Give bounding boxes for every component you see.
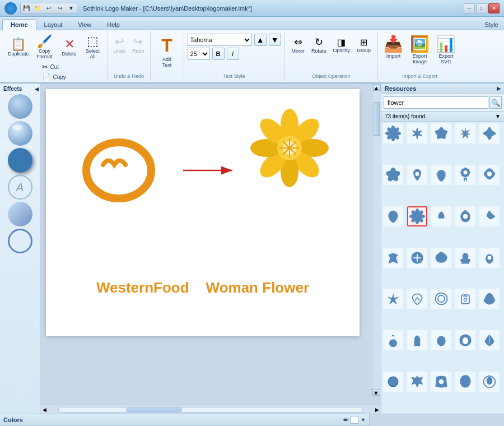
resource-item[interactable] xyxy=(383,123,403,143)
minimize-button[interactable]: ─ xyxy=(464,3,475,13)
window-open-btn[interactable]: 📁 xyxy=(32,3,43,13)
resource-item[interactable] xyxy=(455,123,475,143)
canvas-scroll-area[interactable]: ▲ ▼ xyxy=(40,84,381,405)
resource-item[interactable] xyxy=(431,372,451,392)
hscroll-left[interactable]: ◀ xyxy=(40,407,48,413)
redo-button[interactable]: ↪ Redo xyxy=(130,34,147,55)
copy-button[interactable]: 📄 Copy xyxy=(40,72,69,82)
resource-item[interactable] xyxy=(407,248,427,268)
resource-item[interactable] xyxy=(407,372,427,392)
resources-dropdown-arrow[interactable]: ▼ xyxy=(495,113,501,119)
resource-item[interactable] xyxy=(479,248,500,268)
tab-help[interactable]: Help xyxy=(99,20,128,30)
italic-button[interactable]: I xyxy=(227,48,239,60)
effect-text-a[interactable]: A xyxy=(8,175,32,200)
opacity-button[interactable]: ◨ Opacity xyxy=(331,36,353,54)
close-button[interactable]: ✕ xyxy=(488,3,500,13)
resource-item[interactable] xyxy=(455,372,475,392)
hscroll-track[interactable] xyxy=(58,407,363,413)
window-controls-group[interactable]: 💾 📁 ↩ ↪ ▼ xyxy=(20,3,77,14)
select-all-button[interactable]: ⬚ SelectAll xyxy=(82,34,104,61)
resource-item[interactable] xyxy=(455,165,475,185)
resource-item[interactable] xyxy=(431,206,451,226)
rotate-button[interactable]: ↻ Rotate xyxy=(309,35,329,55)
resource-item[interactable] xyxy=(407,289,427,309)
resources-pin[interactable]: ▶ xyxy=(497,86,501,91)
effect-outline[interactable] xyxy=(8,229,32,253)
mirror-button[interactable]: ⇔ Mirror xyxy=(290,35,307,55)
bold-button[interactable]: B xyxy=(212,48,225,60)
resource-item[interactable] xyxy=(383,248,403,268)
search-button[interactable]: 🔍 xyxy=(489,96,502,109)
vscroll-down[interactable]: ▼ xyxy=(372,389,380,396)
delete-button[interactable]: ✕ Delete xyxy=(58,36,81,58)
resource-item[interactable] xyxy=(431,289,451,309)
resource-item[interactable] xyxy=(383,289,403,309)
effects-pin[interactable]: ◀ xyxy=(35,86,39,92)
add-text-button[interactable]: T AddText xyxy=(157,34,177,70)
copy-format-button[interactable]: 🖌️ CopyFormat xyxy=(32,34,57,61)
resource-item[interactable] xyxy=(479,123,500,143)
resource-item[interactable] xyxy=(431,123,451,143)
effect-shadow[interactable] xyxy=(8,148,32,173)
resource-item[interactable] xyxy=(383,206,403,226)
import-button[interactable]: 📥 Import xyxy=(381,34,405,66)
titlebar-controls[interactable]: ─ □ ✕ xyxy=(464,3,500,13)
tab-layout[interactable]: Layout xyxy=(36,20,71,30)
resource-item[interactable] xyxy=(479,330,500,350)
resources-search-input[interactable] xyxy=(384,96,488,109)
resource-item[interactable] xyxy=(407,123,427,143)
window-arrow[interactable]: ▼ xyxy=(66,3,77,13)
export-svg-button[interactable]: 📊 ExportSVG xyxy=(434,34,458,66)
group-button[interactable]: ⊞ Group xyxy=(354,36,373,54)
font-select[interactable]: Tahoma xyxy=(188,34,252,46)
font-size-increase[interactable]: ▲ xyxy=(254,34,267,46)
resource-item[interactable] xyxy=(407,165,427,185)
resource-item[interactable] xyxy=(455,206,475,226)
resource-item[interactable] xyxy=(383,165,403,185)
resource-item[interactable] xyxy=(479,372,500,392)
canvas[interactable]: WesternFood Woman Flower xyxy=(46,89,360,336)
resource-item[interactable] xyxy=(431,248,451,268)
flower-logo[interactable] xyxy=(242,100,337,197)
colors-white-box[interactable] xyxy=(351,416,358,424)
hscroll-thumb[interactable] xyxy=(126,408,182,412)
undo-button[interactable]: ↩ Undo xyxy=(111,34,128,55)
resource-item[interactable] xyxy=(455,330,475,350)
vscroll-up[interactable]: ▲ xyxy=(373,84,381,91)
resource-item[interactable] xyxy=(383,372,403,392)
duplicate-button[interactable]: 📋 Duplicate xyxy=(6,36,31,58)
effect-glossy[interactable] xyxy=(8,121,32,146)
window-undo-small[interactable]: ↩ xyxy=(43,3,54,13)
hscroll-right[interactable]: ▶ xyxy=(373,407,381,413)
resource-item[interactable] xyxy=(479,289,500,309)
vscroll-thumb[interactable] xyxy=(374,102,380,136)
canvas-hscroll[interactable]: ◀ ▶ xyxy=(40,405,381,414)
resource-item[interactable] xyxy=(431,330,451,350)
font-size-select[interactable]: 25 xyxy=(188,48,210,60)
restore-button[interactable]: □ xyxy=(476,3,487,13)
svg-point-54 xyxy=(436,253,447,263)
resource-item[interactable] xyxy=(479,165,500,185)
vertical-scrollbar[interactable]: ▲ ▼ xyxy=(372,84,381,396)
resource-item-selected[interactable] xyxy=(407,206,427,226)
resource-item[interactable] xyxy=(431,165,451,185)
tab-view[interactable]: View xyxy=(71,20,100,30)
resource-item[interactable] xyxy=(455,289,475,309)
resource-item[interactable] xyxy=(407,330,427,350)
effect-flat[interactable] xyxy=(8,94,32,119)
tab-home[interactable]: Home xyxy=(2,19,36,30)
resource-item[interactable] xyxy=(455,248,475,268)
resource-item[interactable] xyxy=(479,206,500,226)
tab-style[interactable]: Style xyxy=(479,20,504,30)
window-save-btn[interactable]: 💾 xyxy=(21,3,32,13)
font-size-decrease[interactable]: ▼ xyxy=(269,34,281,46)
window-redo-small[interactable]: ↪ xyxy=(54,3,66,13)
colors-pencil[interactable]: ✏ xyxy=(343,416,348,424)
colors-pin[interactable]: ▼ xyxy=(361,417,366,423)
export-image-button[interactable]: 🖼️ ExportImage xyxy=(408,34,432,66)
cut-button[interactable]: ✂ Cut xyxy=(40,62,69,72)
effect-gradient[interactable] xyxy=(8,202,32,226)
western-food-logo[interactable] xyxy=(80,128,158,208)
resource-item[interactable] xyxy=(383,330,403,350)
